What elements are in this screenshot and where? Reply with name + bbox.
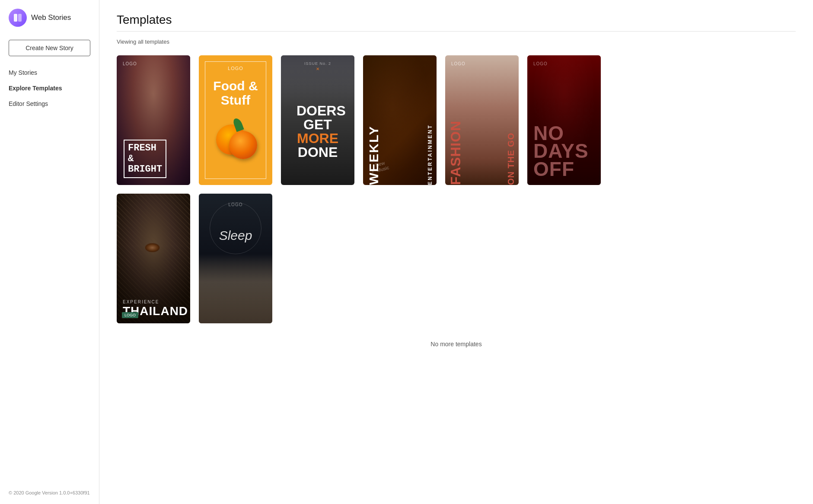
no-more-templates: No more templates	[117, 332, 796, 360]
sidebar-logo: Web Stories	[0, 9, 99, 40]
sleep-title: Sleep	[199, 228, 272, 243]
sidebar: Web Stories Create New Story My Stories …	[0, 0, 99, 504]
sidebar-footer: © 2020 Google Version 1.0.0+6330f91	[0, 490, 99, 495]
template-card-fashion[interactable]: LOGO FASHION ON THE GO	[445, 55, 519, 185]
logo-badge-sleep: LOGO	[229, 202, 243, 207]
sidebar-item-explore-templates[interactable]: Explore Templates	[9, 80, 90, 96]
nodays-text: NODAYSOFF	[533, 124, 595, 178]
template-card-doers[interactable]: ISSUE No. 2 ✕ DOERSGET MORE DONE	[281, 55, 354, 185]
templates-grid-row2: EXPERIENCE THAILAND LOGO LOGO Sleep	[117, 194, 796, 323]
template-card-sleep[interactable]: LOGO Sleep	[199, 194, 272, 323]
sidebar-item-editor-settings[interactable]: Editor Settings	[9, 96, 90, 112]
divider	[117, 31, 796, 32]
sidebar-item-my-stories[interactable]: My Stories	[9, 65, 90, 80]
sidebar-nav: My Stories Explore Templates Editor Sett…	[0, 65, 99, 112]
experience-label: EXPERIENCE	[123, 300, 184, 304]
logo-badge-thailand: LOGO	[122, 312, 138, 318]
template-card-thailand[interactable]: EXPERIENCE THAILAND LOGO	[117, 194, 190, 323]
create-new-story-button[interactable]: Create New Story	[9, 40, 90, 56]
onthego-text: ON THE GO	[507, 133, 515, 185]
food-title: Food &Stuff	[213, 79, 258, 107]
logo-badge-nodays: LOGO	[533, 61, 548, 66]
footer-text: © 2020 Google Version 1.0.0+6330f91	[9, 490, 90, 495]
template-card-weekly-entertainment[interactable]: WEEKLY ENTERTAINMENT ♪ NewMusic	[363, 55, 437, 185]
logo-text: Web Stories	[31, 13, 71, 22]
logo-badge-fresh: LOGO	[123, 61, 137, 66]
doers-text: DOERSGET MORE DONE	[288, 95, 348, 168]
template-card-food-stuff[interactable]: LOGO Food &Stuff	[199, 55, 272, 185]
music-note-icon: ♪	[370, 166, 374, 176]
logo-icon	[9, 9, 27, 27]
main-content: Templates Viewing all templates LOGO FRE…	[99, 0, 813, 504]
template-card-fresh-bright[interactable]: LOGO FRESH&BRIGHT	[117, 55, 190, 185]
viewing-text: Viewing all templates	[117, 38, 796, 45]
issue-x: ✕	[316, 67, 319, 71]
templates-grid: LOGO FRESH&BRIGHT LOGO Food &Stuff ISS	[117, 55, 796, 185]
page-title: Templates	[117, 13, 796, 27]
logo-badge-food: LOGO	[228, 66, 243, 71]
fresh-bright-text: FRESH&BRIGHT	[124, 140, 183, 178]
fashion-text: FASHION	[449, 121, 462, 185]
entertainment-text: ENTERTAINMENT	[427, 124, 433, 185]
no-more-text: No more templates	[430, 341, 481, 348]
svg-rect-1	[18, 14, 22, 22]
svg-rect-0	[14, 14, 17, 22]
issue-label: ISSUE No. 2	[304, 61, 331, 66]
template-card-no-days-off[interactable]: LOGO NODAYSOFF	[527, 55, 601, 185]
